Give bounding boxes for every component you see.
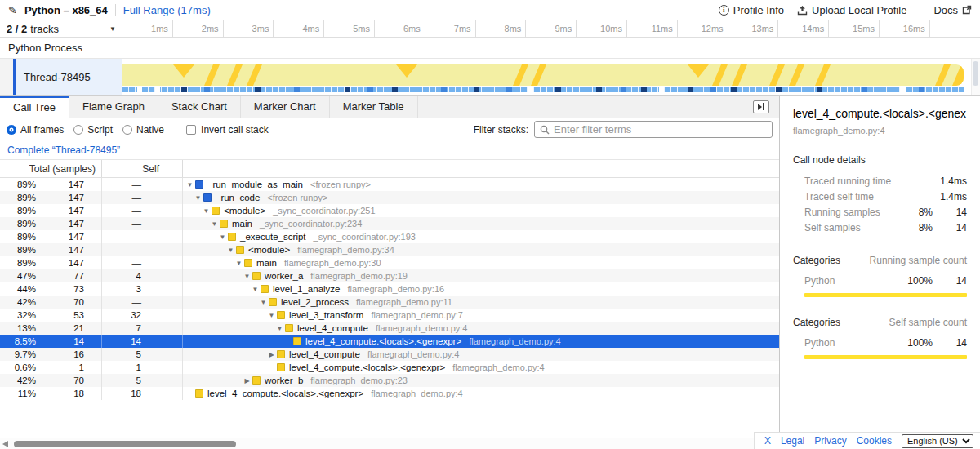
category-square-icon — [252, 376, 261, 385]
call-tree-rows: 89%147—▼_run_module_as_main<frozen runpy… — [0, 178, 779, 449]
cell-total-percent: 89% — [0, 245, 45, 255]
call-tree-row[interactable]: 89%147—▼<module>_sync_coordinator.py:251 — [0, 204, 779, 217]
cell-function: ▼mainflamegraph_demo.py:30 — [183, 258, 779, 268]
call-tree-row[interactable]: 42%705▶worker_bflamegraph_demo.py:23 — [0, 374, 779, 387]
sample-strip[interactable] — [122, 87, 964, 92]
frames-radio-all-frames[interactable]: All frames — [7, 124, 64, 136]
sidebar-toggle-button[interactable] — [753, 100, 769, 113]
call-tree-row[interactable]: 11%1818level_4_compute.<locals>.<genexpr… — [0, 387, 779, 400]
tab-call-tree[interactable]: Call Tree — [0, 96, 69, 118]
filter-search-box[interactable] — [534, 121, 773, 138]
footer-link-legal[interactable]: Legal — [781, 435, 804, 447]
function-name: <module> — [248, 245, 290, 255]
cpu-usage-graph[interactable] — [122, 64, 964, 86]
call-tree-row[interactable]: 0.6%11level_4_compute.<locals>.<genexpr>… — [0, 361, 779, 374]
profile-title: Python – x86_64 — [24, 4, 108, 16]
cell-total-percent: 0.6% — [0, 362, 45, 372]
collapse-arrow-icon[interactable]: ▼ — [209, 220, 220, 228]
call-tree-row[interactable]: 13%217▼level_4_computeflamegraph_demo.py… — [0, 322, 779, 335]
collapse-arrow-icon[interactable]: ▼ — [274, 325, 285, 332]
cell-gap — [167, 178, 183, 191]
thread-activity-track[interactable] — [122, 59, 980, 95]
ruler-tick: 8ms — [476, 20, 527, 37]
tracks-dropdown[interactable]: 2 / 2 tracks ▼ — [0, 20, 122, 37]
call-tree-row[interactable]: 47%774▼worker_aflamegraph_demo.py:19 — [0, 269, 779, 282]
collapse-arrow-icon[interactable]: ▼ — [250, 286, 261, 293]
cell-gap — [167, 269, 183, 282]
full-range-link[interactable]: Full Range (17ms) — [123, 4, 211, 16]
collapse-arrow-icon[interactable]: ▼ — [201, 207, 212, 215]
call-tree-row[interactable]: 89%147—▼_run_code<frozen runpy> — [0, 191, 779, 204]
cell-self-samples: — — [102, 204, 167, 217]
function-name: <module> — [224, 206, 265, 216]
call-tree-row[interactable]: 42%70—▼level_2_processflamegraph_demo.py… — [0, 296, 779, 309]
call-tree-row[interactable]: 32%5332▼level_3_transformflamegraph_demo… — [0, 309, 779, 322]
collapse-arrow-icon[interactable]: ▼ — [266, 312, 277, 319]
tab-stack-chart[interactable]: Stack Chart — [158, 96, 241, 118]
detail-value: 14 — [933, 207, 967, 218]
cell-function: level_4_compute.<locals>.<genexpr>flameg… — [183, 362, 779, 372]
scroll-left-arrow-icon[interactable] — [2, 441, 8, 447]
column-icon — [167, 160, 183, 177]
tab-marker-chart[interactable]: Marker Chart — [241, 96, 330, 118]
horizontal-scrollbar-thumb[interactable] — [14, 441, 236, 447]
toolbar-divider — [176, 122, 176, 138]
language-select[interactable]: English (US) — [902, 434, 973, 448]
frames-radio-script[interactable]: Script — [74, 124, 113, 136]
cell-total-percent: 42% — [0, 376, 45, 385]
track-vertical-scrollbar[interactable] — [971, 59, 980, 95]
expand-arrow-icon[interactable]: ▶ — [266, 351, 277, 358]
expand-arrow-icon[interactable]: ▶ — [242, 377, 252, 385]
sample-mark — [474, 87, 479, 92]
header-divider-2 — [920, 4, 920, 16]
column-self[interactable]: Self — [102, 160, 167, 177]
sidebar-detail-row: Running samples8%14 — [793, 204, 967, 220]
edit-pencil-icon[interactable]: ✎ — [8, 4, 17, 16]
upload-profile-button[interactable]: Upload Local Profile — [797, 4, 906, 16]
committed-range-row: Complete “Thread-78495” — [0, 140, 779, 160]
invert-call-stack-checkbox[interactable]: Invert call stack — [186, 124, 269, 136]
collapse-arrow-icon[interactable]: ▼ — [258, 299, 269, 306]
tab-flame-graph[interactable]: Flame Graph — [69, 96, 158, 118]
function-name: level_4_compute.<locals>.<genexpr> — [289, 362, 445, 372]
radio-label: Script — [87, 124, 113, 136]
function-name: level_4_compute.<locals>.<genexpr> — [305, 336, 461, 346]
cell-gap — [167, 348, 183, 361]
collapse-arrow-icon[interactable]: ▼ — [185, 181, 195, 189]
cell-total-samples: 16 — [45, 348, 102, 361]
tab-marker-table[interactable]: Marker Table — [330, 96, 418, 118]
call-tree-row[interactable]: 89%147—▼<module>flamegraph_demo.py:34 — [0, 243, 779, 256]
collapse-arrow-icon[interactable]: ▼ — [217, 233, 228, 241]
call-tree-row[interactable]: 89%147—▼main_sync_coordinator.py:234 — [0, 217, 779, 230]
category-square-icon — [220, 220, 228, 228]
docs-link[interactable]: Docs — [933, 4, 972, 16]
process-track-header[interactable]: Python Process — [0, 38, 980, 59]
call-tree-row[interactable]: 89%147—▼_run_module_as_main<frozen runpy… — [0, 178, 779, 191]
footer-link-privacy[interactable]: Privacy — [814, 435, 846, 447]
collapse-arrow-icon[interactable]: ▼ — [242, 273, 252, 280]
collapse-arrow-icon[interactable]: ▼ — [234, 260, 244, 267]
cell-total-samples: 147 — [45, 191, 102, 204]
complete-thread-range-link[interactable]: Complete “Thread-78495” — [7, 144, 120, 156]
cell-total-percent: 8.5% — [0, 336, 45, 346]
call-tree-row[interactable]: 44%733▼level_1_analyzeflamegraph_demo.py… — [0, 282, 779, 296]
profile-info-button[interactable]: i Profile Info — [719, 4, 784, 16]
cell-self-samples: 3 — [102, 282, 167, 296]
function-file-line: flamegraph_demo.py:11 — [356, 297, 452, 307]
call-tree-row[interactable]: 9.7%165▶level_4_computeflamegraph_demo.p… — [0, 348, 779, 361]
frames-radio-native[interactable]: Native — [122, 124, 164, 136]
horizontal-scrollbar[interactable] — [0, 438, 779, 449]
call-tree-row[interactable]: 89%147—▼_execute_script_sync_coordinator… — [0, 230, 779, 243]
footer-close-link[interactable]: X — [764, 435, 771, 447]
collapse-arrow-icon[interactable]: ▼ — [225, 247, 236, 254]
footer-link-cookies[interactable]: Cookies — [857, 435, 892, 447]
cell-total-percent: 89% — [0, 193, 45, 202]
track-vertical-scrollbar-thumb[interactable] — [973, 61, 978, 86]
call-tree-row[interactable]: 8.5%1414level_4_compute.<locals>.<genexp… — [0, 335, 779, 348]
thread-label[interactable]: Thread-78495 — [16, 59, 122, 95]
sample-mark — [294, 87, 300, 92]
column-total-samples[interactable]: Total (samples) — [0, 160, 102, 177]
filter-stacks-input[interactable] — [554, 123, 767, 136]
collapse-arrow-icon[interactable]: ▼ — [193, 194, 203, 202]
call-tree-row[interactable]: 89%147—▼mainflamegraph_demo.py:30 — [0, 256, 779, 269]
